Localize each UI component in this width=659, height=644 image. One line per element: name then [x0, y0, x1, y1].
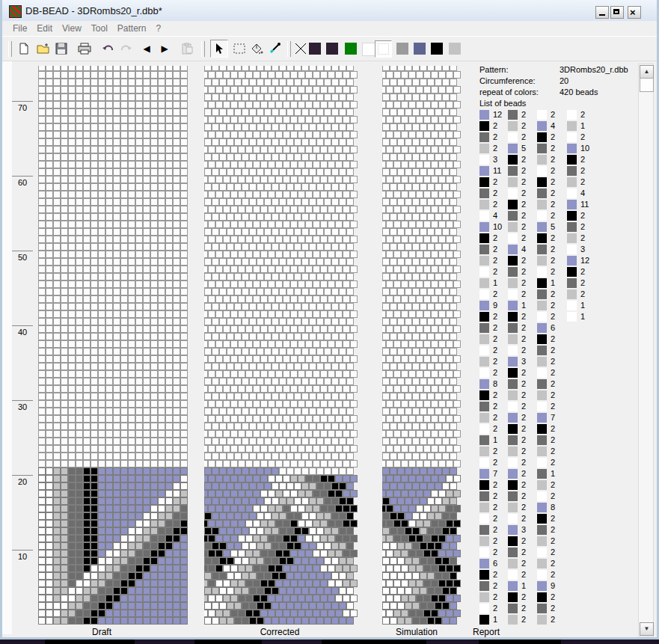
- bead-cell[interactable]: [98, 168, 105, 176]
- bead-cell[interactable]: [423, 251, 431, 258]
- bead-cell[interactable]: [401, 505, 408, 512]
- bead-cell[interactable]: [283, 355, 290, 363]
- bead-cell[interactable]: [53, 415, 61, 423]
- bead-cell[interactable]: [446, 71, 453, 79]
- bead-cell[interactable]: [83, 131, 91, 138]
- bead-cell[interactable]: [135, 146, 143, 153]
- bead-cell[interactable]: [346, 378, 354, 385]
- bead-cell[interactable]: [339, 408, 346, 415]
- bead-cell[interactable]: [253, 400, 260, 408]
- bead-cell[interactable]: [253, 266, 260, 273]
- color-swatch-selected[interactable]: [375, 40, 392, 58]
- bead-cell[interactable]: [264, 168, 272, 176]
- bead-cell[interactable]: [173, 385, 180, 393]
- bead-cell[interactable]: [301, 79, 309, 86]
- bead-cell[interactable]: [253, 146, 260, 153]
- print-button[interactable]: [76, 40, 93, 57]
- bead-cell[interactable]: [438, 595, 446, 602]
- bead-cell[interactable]: [234, 273, 242, 280]
- bead-cell[interactable]: [331, 617, 339, 625]
- bead-cell[interactable]: [91, 221, 98, 228]
- bead-cell[interactable]: [150, 520, 158, 527]
- bead-cell[interactable]: [98, 66, 105, 71]
- bead-cell[interactable]: [393, 191, 401, 198]
- bead-cell[interactable]: [320, 191, 328, 198]
- bead-cell[interactable]: [215, 580, 223, 587]
- bead-cell[interactable]: [343, 266, 350, 273]
- bead-cell[interactable]: [264, 198, 272, 206]
- bead-cell[interactable]: [120, 266, 128, 273]
- bead-cell[interactable]: [290, 550, 298, 557]
- bead-cell[interactable]: [143, 408, 150, 415]
- bead-cell[interactable]: [173, 123, 180, 131]
- bead-cell[interactable]: [405, 542, 412, 550]
- bead-cell[interactable]: [309, 542, 316, 550]
- bead-cell[interactable]: [393, 445, 401, 453]
- bead-cell[interactable]: [324, 213, 331, 221]
- bead-cell[interactable]: [328, 266, 335, 273]
- bead-cell[interactable]: [272, 393, 279, 400]
- bead-cell[interactable]: [431, 266, 438, 273]
- bead-cell[interactable]: [401, 355, 408, 363]
- bead-cell[interactable]: [438, 206, 446, 213]
- bead-cell[interactable]: [83, 550, 91, 557]
- bead-cell[interactable]: [143, 161, 150, 168]
- bead-cell[interactable]: [105, 550, 113, 557]
- bead-cell[interactable]: [423, 460, 431, 467]
- bead-cell[interactable]: [238, 266, 245, 273]
- bead-cell[interactable]: [53, 453, 61, 460]
- bead-cell[interactable]: [120, 617, 128, 625]
- bead-cell[interactable]: [264, 453, 272, 460]
- bead-cell[interactable]: [128, 512, 135, 520]
- bead-cell[interactable]: [405, 423, 412, 430]
- bead-cell[interactable]: [339, 153, 346, 161]
- bead-cell[interactable]: [382, 228, 390, 236]
- bead-cell[interactable]: [230, 565, 238, 572]
- bead-cell[interactable]: [219, 557, 227, 565]
- bead-cell[interactable]: [301, 602, 309, 610]
- bead-cell[interactable]: [253, 325, 260, 333]
- bead-cell[interactable]: [324, 512, 331, 520]
- bead-cell[interactable]: [105, 370, 113, 378]
- bead-cell[interactable]: [219, 572, 227, 580]
- bead-cell[interactable]: [208, 116, 215, 123]
- bead-cell[interactable]: [427, 512, 435, 520]
- bead-cell[interactable]: [68, 168, 76, 176]
- bead-cell[interactable]: [113, 490, 120, 497]
- bead-cell[interactable]: [450, 243, 457, 251]
- bead-cell[interactable]: [401, 460, 408, 467]
- bead-cell[interactable]: [98, 393, 105, 400]
- bead-cell[interactable]: [212, 138, 219, 146]
- bead-cell[interactable]: [320, 370, 328, 378]
- bead-cell[interactable]: [309, 587, 316, 595]
- bead-cell[interactable]: [393, 146, 401, 153]
- bead-cell[interactable]: [212, 79, 219, 86]
- bead-cell[interactable]: [264, 438, 272, 445]
- bead-cell[interactable]: [204, 378, 212, 385]
- bead-cell[interactable]: [290, 280, 298, 288]
- bead-cell[interactable]: [401, 146, 408, 153]
- bead-cell[interactable]: [105, 236, 113, 243]
- bead-cell[interactable]: [331, 512, 339, 520]
- bead-cell[interactable]: [346, 497, 354, 505]
- bead-cell[interactable]: [450, 213, 457, 221]
- bead-cell[interactable]: [298, 295, 305, 303]
- bead-cell[interactable]: [180, 318, 188, 325]
- bead-cell[interactable]: [412, 348, 420, 355]
- bead-cell[interactable]: [260, 550, 268, 557]
- bead-cell[interactable]: [91, 303, 98, 310]
- bead-cell[interactable]: [301, 378, 309, 385]
- bead-cell[interactable]: [150, 176, 158, 183]
- bead-cell[interactable]: [346, 467, 354, 475]
- bead-cell[interactable]: [290, 595, 298, 602]
- bead-cell[interactable]: [180, 393, 188, 400]
- bead-cell[interactable]: [212, 602, 219, 610]
- bead-cell[interactable]: [219, 66, 227, 71]
- bead-cell[interactable]: [438, 610, 446, 617]
- bead-cell[interactable]: [68, 467, 76, 475]
- bead-cell[interactable]: [91, 86, 98, 93]
- bead-cell[interactable]: [245, 490, 253, 497]
- bead-cell[interactable]: [230, 370, 238, 378]
- bead-cell[interactable]: [290, 340, 298, 348]
- bead-cell[interactable]: [61, 505, 68, 512]
